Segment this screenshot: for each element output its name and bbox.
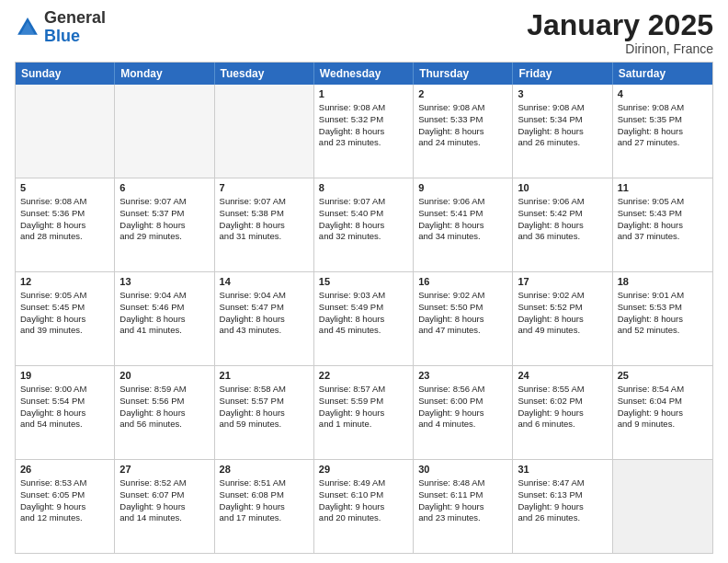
day-info: Sunset: 5:33 PM: [418, 114, 507, 126]
calendar: SundayMondayTuesdayWednesdayThursdayFrid…: [15, 62, 713, 554]
day-info: Sunset: 5:53 PM: [618, 302, 708, 314]
logo-blue: Blue: [44, 27, 80, 45]
day-info: and 26 minutes.: [518, 137, 607, 149]
calendar-cell: 8Sunrise: 9:07 AMSunset: 5:40 PMDaylight…: [314, 178, 414, 271]
calendar-cell: [115, 85, 214, 178]
day-info: Daylight: 9 hours: [418, 408, 507, 419]
day-info: Daylight: 8 hours: [319, 314, 408, 326]
day-info: Sunset: 6:05 PM: [20, 489, 109, 501]
day-info: Daylight: 8 hours: [220, 220, 309, 232]
day-info: Daylight: 8 hours: [518, 126, 607, 138]
day-info: Sunrise: 8:48 AM: [418, 477, 507, 489]
day-info: and 12 minutes.: [20, 512, 109, 524]
page: General Blue January 2025 Dirinon, Franc…: [0, 0, 728, 563]
day-info: and 54 minutes.: [20, 419, 109, 431]
day-number: 21: [220, 369, 309, 383]
day-info: Sunset: 5:57 PM: [220, 396, 309, 408]
day-info: Sunrise: 8:56 AM: [418, 384, 507, 396]
header-day-thursday: Thursday: [414, 63, 513, 85]
day-info: Sunrise: 8:59 AM: [119, 384, 209, 396]
day-info: Sunrise: 8:51 AM: [220, 477, 309, 489]
day-number: 1: [319, 87, 408, 101]
day-info: and 47 minutes.: [418, 325, 507, 337]
day-info: Sunset: 5:32 PM: [319, 114, 408, 126]
calendar-cell: 10Sunrise: 9:06 AMSunset: 5:42 PMDayligh…: [513, 178, 612, 271]
day-info: Sunset: 5:34 PM: [518, 114, 607, 126]
day-number: 29: [319, 463, 408, 477]
day-info: Sunrise: 8:49 AM: [319, 477, 408, 489]
day-info: Sunset: 5:38 PM: [220, 208, 309, 220]
calendar-cell: 18Sunrise: 9:01 AMSunset: 5:53 PMDayligh…: [613, 272, 712, 365]
day-info: Sunset: 5:47 PM: [220, 302, 309, 314]
day-number: 12: [20, 275, 109, 289]
day-info: Sunrise: 8:54 AM: [618, 384, 708, 396]
day-number: 13: [119, 275, 209, 289]
day-number: 11: [618, 181, 708, 195]
day-info: and 56 minutes.: [119, 419, 209, 431]
day-info: and 32 minutes.: [319, 231, 408, 243]
day-info: and 26 minutes.: [518, 512, 607, 524]
header-day-sunday: Sunday: [16, 63, 115, 85]
day-info: Sunset: 5:46 PM: [119, 302, 209, 314]
day-info: Sunrise: 8:57 AM: [319, 384, 408, 396]
calendar-row: 26Sunrise: 8:53 AMSunset: 6:05 PMDayligh…: [16, 460, 712, 553]
day-info: and 49 minutes.: [518, 325, 607, 337]
day-info: Sunset: 5:52 PM: [518, 302, 607, 314]
day-info: Sunrise: 9:07 AM: [319, 196, 408, 208]
day-info: Sunset: 6:00 PM: [418, 396, 507, 408]
day-info: Sunset: 5:45 PM: [20, 302, 109, 314]
day-info: and 20 minutes.: [319, 512, 408, 524]
calendar-cell: 5Sunrise: 9:08 AMSunset: 5:36 PMDaylight…: [16, 178, 115, 271]
day-info: and 23 minutes.: [319, 137, 408, 149]
day-info: Daylight: 8 hours: [319, 126, 408, 138]
day-number: 14: [220, 275, 309, 289]
day-info: Sunset: 5:50 PM: [418, 302, 507, 314]
calendar-cell: 31Sunrise: 8:47 AMSunset: 6:13 PMDayligh…: [513, 460, 612, 553]
header-day-friday: Friday: [513, 63, 612, 85]
day-info: Daylight: 8 hours: [220, 314, 309, 326]
day-info: Daylight: 9 hours: [319, 501, 408, 513]
day-info: Daylight: 9 hours: [518, 501, 607, 513]
day-info: Daylight: 8 hours: [518, 220, 607, 232]
header-day-wednesday: Wednesday: [314, 63, 414, 85]
day-info: Sunset: 5:42 PM: [518, 208, 607, 220]
calendar-cell: [613, 460, 712, 553]
calendar-cell: 28Sunrise: 8:51 AMSunset: 6:08 PMDayligh…: [215, 460, 314, 553]
day-number: 19: [20, 369, 109, 383]
calendar-cell: 23Sunrise: 8:56 AMSunset: 6:00 PMDayligh…: [414, 366, 513, 459]
calendar-cell: 6Sunrise: 9:07 AMSunset: 5:37 PMDaylight…: [115, 178, 214, 271]
day-info: Daylight: 8 hours: [119, 314, 209, 326]
day-number: 7: [220, 181, 309, 195]
calendar-cell: 22Sunrise: 8:57 AMSunset: 5:59 PMDayligh…: [314, 366, 414, 459]
day-info: Sunrise: 8:47 AM: [518, 477, 607, 489]
day-info: Sunset: 5:41 PM: [418, 208, 507, 220]
day-number: 22: [319, 369, 408, 383]
day-number: 9: [418, 181, 507, 195]
day-number: 26: [20, 463, 109, 477]
calendar-cell: [215, 85, 314, 178]
day-info: and 1 minute.: [319, 419, 408, 431]
calendar-cell: 11Sunrise: 9:05 AMSunset: 5:43 PMDayligh…: [613, 178, 712, 271]
day-info: Sunset: 5:35 PM: [618, 114, 708, 126]
logo: General Blue: [15, 9, 106, 46]
day-info: Sunrise: 9:06 AM: [418, 196, 507, 208]
calendar-row: 5Sunrise: 9:08 AMSunset: 5:36 PMDaylight…: [16, 178, 712, 272]
day-info: Daylight: 8 hours: [20, 408, 109, 419]
day-number: 30: [418, 463, 507, 477]
calendar-cell: 26Sunrise: 8:53 AMSunset: 6:05 PMDayligh…: [16, 460, 115, 553]
calendar-cell: 13Sunrise: 9:04 AMSunset: 5:46 PMDayligh…: [115, 272, 214, 365]
day-info: Sunrise: 9:02 AM: [518, 290, 607, 302]
day-info: Sunrise: 9:04 AM: [220, 290, 309, 302]
day-number: 15: [319, 275, 408, 289]
day-info: Sunrise: 9:08 AM: [518, 102, 607, 114]
logo-general: General: [44, 8, 106, 27]
day-info: and 6 minutes.: [518, 419, 607, 431]
day-info: and 43 minutes.: [220, 325, 309, 337]
day-number: 17: [518, 275, 607, 289]
day-info: Daylight: 8 hours: [319, 220, 408, 232]
day-info: Daylight: 8 hours: [418, 126, 507, 138]
day-number: 25: [618, 369, 708, 383]
day-info: Sunrise: 9:08 AM: [418, 102, 507, 114]
day-info: Sunset: 5:56 PM: [119, 396, 209, 408]
day-number: 23: [418, 369, 507, 383]
